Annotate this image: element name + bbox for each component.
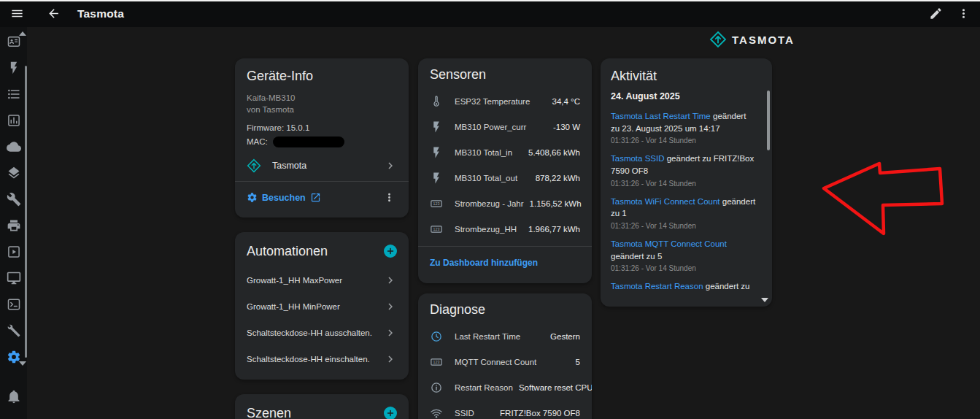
chevron-right-icon [384, 353, 397, 366]
integration-link[interactable]: Tasmota [247, 153, 397, 179]
activity-text: Tasmota Last Restart Time geändert zu 23… [611, 110, 756, 134]
window-top-edge [0, 0, 980, 1]
brand-name: TASMOTA [732, 34, 795, 46]
visit-button[interactable]: Besuchen [247, 192, 321, 203]
sidebar-scroll-down-icon[interactable] [19, 361, 26, 366]
card-header: Szenen [247, 397, 397, 419]
sidebar-item-settings[interactable] [0, 344, 27, 370]
hammer-wrench-icon [7, 323, 21, 338]
flash-icon [7, 61, 21, 75]
chevron-right-icon [384, 326, 397, 339]
sensor-value: -130 W [547, 123, 580, 131]
tasmota-integration-icon [247, 158, 261, 173]
sensor-row[interactable]: 123 Strombezug_HH 1.966,77 kWh [430, 216, 580, 242]
sensor-name: ESP32 Temperature [455, 97, 530, 106]
counter-icon: 123 [430, 223, 444, 236]
diagnose-value: Software reset CPU [513, 383, 592, 392]
device-mac-row: MAC: [247, 136, 397, 147]
badge-icon [7, 34, 21, 49]
add-scene-button[interactable] [384, 407, 397, 419]
sensor-row[interactable]: MB310 Total_in 5.408,66 kWh [430, 139, 580, 165]
sidebar-notifications[interactable] [0, 383, 27, 410]
automation-row[interactable]: Schaltsteckdose-HH ausschalten. [247, 320, 397, 346]
mac-label: MAC: [247, 136, 268, 147]
chevron-right-icon [384, 274, 397, 287]
automation-row[interactable]: Growatt-1_HH MinPower [247, 293, 397, 320]
activity-card: Aktivität 24. August 2025 Tasmota Last R… [601, 58, 772, 307]
flash-icon [430, 120, 444, 134]
open-in-new-icon [310, 192, 321, 203]
sidebar-item-printer[interactable] [0, 212, 27, 239]
sensor-value: 34,4 °C [547, 97, 580, 106]
sidebar-item-energy[interactable] [0, 55, 27, 81]
add-automation-button[interactable] [384, 245, 397, 258]
card-title: Szenen [247, 406, 291, 419]
automation-row[interactable]: Growatt-1_HH MaxPower [247, 267, 397, 293]
sidebar [0, 27, 27, 419]
entity-link[interactable]: Tasmota SSID [611, 154, 665, 163]
page-title: Tasmota [77, 7, 124, 20]
diagnose-name: SSID [455, 409, 474, 418]
automation-row[interactable]: Schaltsteckdose-HH einschalten. [247, 346, 397, 372]
change-text: geändert zu 5 [611, 252, 662, 261]
sensor-row[interactable]: 123 Strombezug - Jahr 1.156,52 kWh [430, 191, 580, 216]
activity-scroll-down-icon[interactable] [761, 298, 768, 302]
sidebar-item-history[interactable] [0, 107, 27, 134]
change-text: geändert zu [706, 282, 750, 291]
sidebar-item-layers[interactable] [0, 160, 27, 186]
diagnose-row[interactable]: Last Restart Time Gestern [430, 323, 580, 349]
diagnose-row[interactable]: SSID FRITZ!Box 7590 OF8 [430, 400, 580, 419]
activity-entry: Tasmota Last Restart Time geändert zu 23… [611, 110, 762, 145]
sensor-row[interactable]: ESP32 Temperature 34,4 °C [430, 88, 580, 114]
device-name: Kaifa-MB310 [247, 92, 397, 104]
sensor-name: Strombezug_HH [455, 225, 517, 234]
sidebar-item-media[interactable] [0, 239, 27, 265]
sidebar-item-tools[interactable] [0, 186, 27, 212]
diagnose-row[interactable]: Restart Reason Software reset CPU [430, 374, 580, 400]
sensor-row[interactable]: MB310 Total_out 878,22 kWh [430, 165, 580, 191]
sensor-name: Strombezug - Jahr [455, 199, 524, 208]
sensor-row[interactable]: MB310 Power_curr -130 W [430, 114, 580, 139]
menu-button[interactable] [6, 3, 28, 25]
printer-icon [7, 218, 21, 233]
sidebar-item-terminal[interactable] [0, 291, 27, 318]
automation-name: Growatt-1_HH MaxPower [247, 276, 342, 285]
entity-link[interactable]: Tasmota MQTT Connect Count [611, 239, 727, 248]
device-more-button[interactable] [382, 190, 397, 205]
sidebar-item-lists[interactable] [0, 81, 27, 107]
sensor-value: 1.966,77 kWh [522, 225, 580, 234]
automation-name: Schaltsteckdose-HH ausschalten. [247, 328, 372, 337]
diagnose-value: 5 [570, 358, 580, 366]
entity-link[interactable]: Tasmota Restart Reason [611, 282, 703, 291]
tasmota-logo-icon [709, 31, 727, 48]
information-icon [430, 381, 444, 394]
activity-entry: Tasmota SSID geändert zu FRITZ!Box 7590 … [611, 153, 762, 187]
device-firmware: Firmware: 15.0.1 [247, 122, 397, 134]
entity-link[interactable]: Tasmota Last Restart Time [611, 112, 711, 120]
activity-text: Tasmota WiFi Connect Count geändert zu 1 [611, 196, 756, 220]
topbar: Tasmota [0, 0, 980, 27]
mac-redacted-value [273, 137, 344, 147]
gear-icon [247, 192, 258, 203]
sidebar-item-dashboard[interactable] [0, 265, 27, 291]
edit-button[interactable] [925, 3, 946, 25]
sensor-value: 1.156,52 kWh [524, 199, 582, 208]
bell-icon [7, 389, 21, 404]
thermometer-icon [430, 95, 444, 108]
sidebar-item-cloud[interactable] [0, 134, 27, 160]
terminal-icon [7, 297, 21, 312]
diagnose-value: FRITZ!Box 7590 OF8 [494, 409, 580, 418]
sidebar-item-workshop[interactable] [0, 318, 27, 344]
card-title: Diagnose [430, 302, 580, 318]
activity-scrollbar[interactable] [767, 91, 770, 150]
add-to-dashboard-link[interactable]: Zu Dashboard hinzufügen [430, 258, 538, 268]
overflow-menu-button[interactable] [952, 3, 974, 25]
activity-entry: Tasmota WiFi Connect Count geändert zu 1… [611, 196, 762, 230]
sensor-name: MB310 Total_in [455, 148, 512, 157]
sidebar-scrollbar[interactable] [25, 66, 27, 358]
sidebar-item-devices[interactable] [0, 28, 27, 55]
entity-link[interactable]: Tasmota WiFi Connect Count [611, 197, 720, 206]
plus-icon [386, 247, 395, 255]
diagnose-row[interactable]: 123 MQTT Connect Count 5 [430, 349, 580, 374]
back-button[interactable] [42, 3, 64, 25]
